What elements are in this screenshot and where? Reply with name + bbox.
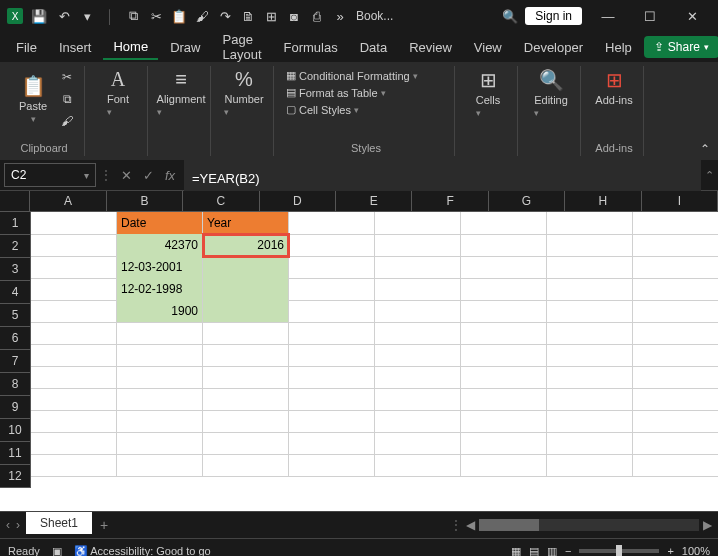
macro-record-icon[interactable]: ▣ xyxy=(52,545,62,557)
cell[interactable] xyxy=(547,278,633,301)
cell[interactable]: 42370 xyxy=(117,234,203,257)
cancel-formula-icon[interactable]: ✕ xyxy=(116,164,136,186)
cell[interactable] xyxy=(375,212,461,235)
tab-draw[interactable]: Draw xyxy=(160,36,210,59)
scroll-right-icon[interactable]: ▶ xyxy=(703,518,712,532)
alignment-button[interactable]: ≡Alignment▾ xyxy=(160,68,202,117)
cell[interactable] xyxy=(203,344,289,367)
next-sheet-icon[interactable]: › xyxy=(16,518,20,532)
cell[interactable] xyxy=(117,432,203,455)
tab-developer[interactable]: Developer xyxy=(514,36,593,59)
cell[interactable] xyxy=(633,410,718,433)
cell[interactable] xyxy=(547,432,633,455)
redo-icon[interactable]: ↷ xyxy=(215,6,235,26)
cell-styles-button[interactable]: ▢Cell Styles ▾ xyxy=(286,102,446,117)
row-header[interactable]: 2 xyxy=(0,235,31,258)
paste-button[interactable]: 📋Paste▾ xyxy=(12,74,54,124)
more-icon[interactable]: » xyxy=(330,6,350,26)
cell[interactable] xyxy=(375,256,461,279)
camera-icon[interactable]: ◙ xyxy=(284,6,304,26)
cell[interactable] xyxy=(117,344,203,367)
cell[interactable] xyxy=(633,278,718,301)
collapse-ribbon-icon[interactable]: ⌃ xyxy=(700,142,710,156)
paste-icon[interactable]: 📋 xyxy=(169,6,189,26)
cell[interactable] xyxy=(461,454,547,477)
cut-icon[interactable]: ✂ xyxy=(146,6,166,26)
cell[interactable] xyxy=(31,300,117,323)
cell[interactable]: Year xyxy=(203,212,289,235)
cell[interactable] xyxy=(633,344,718,367)
minimize-icon[interactable]: — xyxy=(588,2,628,30)
cell[interactable] xyxy=(461,278,547,301)
cell[interactable] xyxy=(31,344,117,367)
row-header[interactable]: 6 xyxy=(0,327,31,350)
col-header[interactable]: A xyxy=(30,191,106,211)
cell[interactable] xyxy=(203,366,289,389)
signin-button[interactable]: Sign in xyxy=(525,7,582,25)
cell[interactable] xyxy=(633,454,718,477)
cell[interactable] xyxy=(633,366,718,389)
cell[interactable] xyxy=(461,300,547,323)
cell[interactable] xyxy=(375,366,461,389)
tab-formulas[interactable]: Formulas xyxy=(274,36,348,59)
cell[interactable] xyxy=(289,410,375,433)
cell[interactable] xyxy=(375,300,461,323)
number-button[interactable]: %Number▾ xyxy=(223,68,265,117)
sheet-tab[interactable]: Sheet1 xyxy=(26,512,92,534)
open-icon[interactable]: ⊞ xyxy=(261,6,281,26)
tab-review[interactable]: Review xyxy=(399,36,462,59)
cut-small-icon[interactable]: ✂ xyxy=(58,68,76,86)
font-button[interactable]: AFont▾ xyxy=(97,68,139,117)
cell[interactable] xyxy=(117,322,203,345)
quickprint-icon[interactable]: ⎙ xyxy=(307,6,327,26)
pagebreak-view-icon[interactable]: ▥ xyxy=(547,545,557,557)
undo-icon[interactable]: ↶ xyxy=(54,6,74,26)
col-header[interactable]: C xyxy=(183,191,259,211)
share-button[interactable]: ⇪Share▾ xyxy=(644,36,718,58)
accessibility-status[interactable]: ♿ Accessibility: Good to go xyxy=(74,545,211,557)
cell[interactable] xyxy=(289,256,375,279)
tab-pagelayout[interactable]: Page Layout xyxy=(213,28,272,66)
select-all-corner[interactable] xyxy=(0,191,30,211)
cell[interactable] xyxy=(547,344,633,367)
row-header[interactable]: 1 xyxy=(0,212,31,235)
pagelayout-view-icon[interactable]: ▤ xyxy=(529,545,539,557)
cell[interactable] xyxy=(547,234,633,257)
new-icon[interactable]: 🗎 xyxy=(238,6,258,26)
cell[interactable] xyxy=(461,410,547,433)
cell[interactable] xyxy=(289,366,375,389)
col-header[interactable]: I xyxy=(642,191,718,211)
cell[interactable] xyxy=(633,234,718,257)
add-sheet-icon[interactable]: + xyxy=(92,517,116,533)
cell[interactable] xyxy=(547,410,633,433)
row-header[interactable]: 3 xyxy=(0,258,31,281)
save-icon[interactable]: 💾 xyxy=(30,7,48,25)
cell[interactable] xyxy=(289,432,375,455)
cell[interactable] xyxy=(633,388,718,411)
cell[interactable] xyxy=(289,388,375,411)
cell[interactable] xyxy=(375,234,461,257)
cell[interactable] xyxy=(633,256,718,279)
col-header[interactable]: D xyxy=(260,191,336,211)
row-header[interactable]: 12 xyxy=(0,465,31,488)
cell[interactable]: Date xyxy=(117,212,203,235)
zoom-slider[interactable] xyxy=(579,549,659,553)
row-header[interactable]: 11 xyxy=(0,442,31,465)
zoom-thumb[interactable] xyxy=(616,545,622,556)
tab-home[interactable]: Home xyxy=(103,35,158,60)
cell[interactable] xyxy=(31,234,117,257)
h-scrollbar[interactable] xyxy=(479,519,699,531)
cell[interactable] xyxy=(289,278,375,301)
accept-formula-icon[interactable]: ✓ xyxy=(138,164,158,186)
cell[interactable] xyxy=(203,256,289,279)
cell[interactable] xyxy=(547,300,633,323)
search-icon[interactable]: 🔍 xyxy=(501,7,519,25)
copy-small-icon[interactable]: ⧉ xyxy=(58,90,76,108)
cell[interactable] xyxy=(31,366,117,389)
cell[interactable] xyxy=(289,234,375,257)
row-header[interactable]: 8 xyxy=(0,373,31,396)
cell[interactable] xyxy=(461,212,547,235)
cell[interactable] xyxy=(289,300,375,323)
cell[interactable] xyxy=(375,344,461,367)
copy-icon[interactable]: ⧉ xyxy=(123,6,143,26)
